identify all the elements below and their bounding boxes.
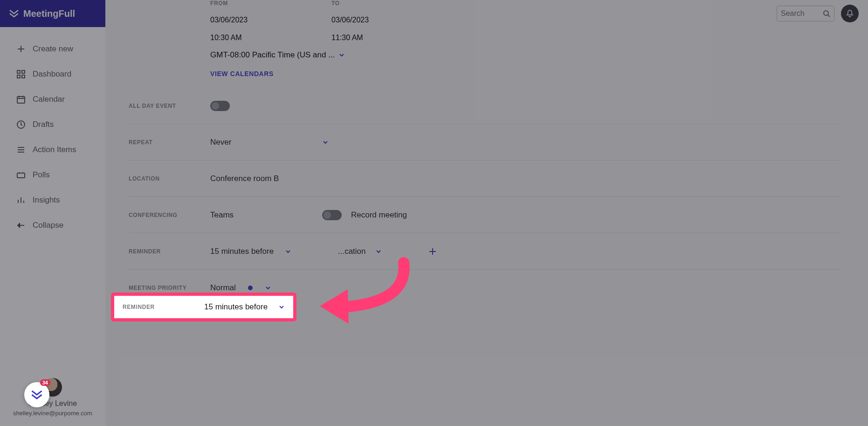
add-reminder-button[interactable] xyxy=(428,247,437,256)
nav-label: Action Items xyxy=(33,145,76,154)
nav-create-new[interactable]: Create new xyxy=(0,36,105,62)
chevron-down-icon[interactable] xyxy=(375,248,382,255)
svg-rect-2 xyxy=(17,75,20,78)
sidebar: MeetingFull Create new Dashboard xyxy=(0,0,105,426)
logo-icon xyxy=(8,8,20,19)
view-calendars-link[interactable]: VIEW CALENDARS xyxy=(210,70,274,77)
conferencing-value[interactable]: Teams xyxy=(210,210,313,220)
notification-badge: 34 xyxy=(40,379,50,386)
chevron-down-icon[interactable] xyxy=(338,52,345,58)
reminder-value-bg[interactable]: 15 minutes before xyxy=(210,247,276,256)
brand-name: MeetingFull xyxy=(23,8,75,19)
nav-calendar[interactable]: Calendar xyxy=(0,87,105,112)
nav-label: Drafts xyxy=(33,120,54,129)
to-time[interactable]: 11:30 AM xyxy=(331,34,369,42)
nav-insights[interactable]: Insights xyxy=(0,188,105,213)
chevron-down-icon[interactable] xyxy=(322,139,329,146)
nav-list: Create new Dashboard Calendar xyxy=(0,27,105,247)
main-content: FROM 03/06/2023 10:30 AM TO 03/06/2023 1… xyxy=(105,0,868,426)
chevron-down-icon[interactable] xyxy=(285,248,291,255)
list-icon xyxy=(16,145,26,155)
nav-action-items[interactable]: Action Items xyxy=(0,137,105,162)
all-day-label: ALL DAY EVENT xyxy=(129,103,210,109)
notifications-button[interactable] xyxy=(841,5,859,22)
nav-label: Collapse xyxy=(33,221,63,230)
chevron-down-icon[interactable] xyxy=(278,304,285,310)
record-label: Record meeting xyxy=(351,210,407,220)
logo-icon xyxy=(30,388,43,401)
svg-rect-6 xyxy=(17,173,25,178)
search-input[interactable]: Search xyxy=(777,6,834,21)
nav-label: Polls xyxy=(33,170,50,180)
logo-bar[interactable]: MeetingFull xyxy=(0,0,105,27)
nav-label: Insights xyxy=(33,196,60,205)
nav-drafts[interactable]: Drafts xyxy=(0,112,105,137)
grid-icon xyxy=(16,69,26,79)
arrow-left-icon xyxy=(16,220,26,230)
calendar-icon xyxy=(16,94,26,105)
clock-icon xyxy=(16,119,26,130)
user-email: shelley.levine@purpome.com xyxy=(0,410,105,417)
location-label: LOCATION xyxy=(129,175,210,182)
reminder-value[interactable]: 15 minutes before xyxy=(204,302,268,312)
search-icon xyxy=(823,10,830,17)
timezone-value[interactable]: GMT-08:00 Pacific Time (US and ... xyxy=(210,50,335,60)
nav-polls[interactable]: Polls xyxy=(0,162,105,188)
nav-dashboard[interactable]: Dashboard xyxy=(0,62,105,87)
nav-collapse[interactable]: Collapse xyxy=(0,213,105,238)
from-time[interactable]: 10:30 AM xyxy=(210,34,248,42)
floating-logo-button[interactable]: 34 xyxy=(24,382,49,407)
repeat-label: REPEAT xyxy=(129,139,210,146)
plus-icon xyxy=(16,44,26,54)
nav-label: Calendar xyxy=(33,95,65,104)
record-toggle[interactable] xyxy=(322,210,342,220)
chart-icon xyxy=(16,195,26,205)
location-value[interactable]: Conference room B xyxy=(210,174,279,183)
svg-rect-1 xyxy=(22,70,25,73)
poll-icon xyxy=(16,170,26,180)
svg-point-7 xyxy=(824,11,828,15)
repeat-value[interactable]: Never xyxy=(210,138,313,147)
reminder-highlight: REMINDER 15 minutes before xyxy=(111,293,296,321)
priority-value[interactable]: Normal xyxy=(210,283,236,293)
svg-rect-4 xyxy=(17,97,25,103)
search-placeholder: Search xyxy=(781,9,805,18)
nav-label: Dashboard xyxy=(33,70,71,79)
bell-icon xyxy=(846,9,854,18)
all-day-toggle[interactable] xyxy=(210,101,230,111)
nav-label: Create new xyxy=(33,44,73,54)
top-header: Search xyxy=(105,0,868,27)
svg-rect-3 xyxy=(22,75,25,78)
priority-label: MEETING PRIORITY xyxy=(129,285,210,291)
reminder-label: REMINDER xyxy=(123,304,204,310)
user-name: Shelley Levine xyxy=(0,399,105,408)
notification-partial[interactable]: ...cation xyxy=(338,247,366,256)
chevron-down-icon[interactable] xyxy=(265,285,271,291)
conferencing-label: CONFERENCING xyxy=(129,212,210,218)
svg-rect-0 xyxy=(17,70,20,73)
priority-dot-icon xyxy=(248,286,253,290)
user-block: Shelley Levine shelley.levine@purpome.co… xyxy=(0,378,105,417)
reminder-label-bg: REMINDER xyxy=(129,248,210,255)
